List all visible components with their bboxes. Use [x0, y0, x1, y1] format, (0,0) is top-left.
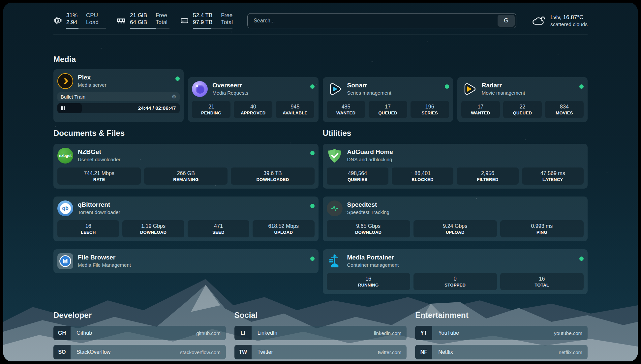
bookmark-twitter[interactable]: TW Twitter twitter.com: [234, 345, 407, 359]
bookmark-name: YouTube: [432, 330, 459, 336]
section-title-media: Media: [53, 55, 588, 64]
service-desc: Container management: [347, 261, 399, 269]
filebrowser-icon: [57, 253, 73, 269]
disk-free-value: 52.4 TB: [193, 12, 212, 19]
stat-wanted: 17WANTED: [461, 101, 500, 118]
cloud-icon: [531, 14, 546, 27]
bookmark-stackoverflow[interactable]: SO StackOverflow stackoverflow.com: [53, 345, 226, 359]
cpu-percent: 31%: [66, 12, 77, 19]
search-bar: G: [247, 13, 516, 28]
weather-location-temp: Lviv, 16.87°C: [550, 14, 588, 21]
service-card-radarr[interactable]: Radarr Movie management 17WANTED 22QUEUE…: [457, 77, 588, 122]
dashboard-screen: 31% 2.94 CPU Load: [3, 3, 638, 361]
search-provider-button[interactable]: G: [498, 15, 515, 27]
stat-leech: 16LEECH: [57, 220, 119, 237]
status-dot: [445, 84, 449, 89]
stat-downloaded: 39.6 TBDOWNLOADED: [231, 167, 314, 185]
service-card-speedtest[interactable]: Speedtest Speedtest Tracking 9.65 GbpsDO…: [323, 197, 588, 241]
qbittorrent-icon: qb: [57, 200, 73, 216]
disk-progress-track: [193, 28, 232, 29]
bookmark-name: Twitter: [252, 349, 273, 355]
bookmark-github[interactable]: GH Github github.com: [53, 326, 226, 340]
bookmarks-social: Social LI LinkedIn linkedin.com TW Twitt…: [234, 311, 407, 361]
bookmark-youtube[interactable]: YT YouTube youtube.com: [415, 326, 588, 340]
stat-pending: 21PENDING: [192, 101, 230, 118]
service-card-nzbget[interactable]: nzbget NZBGet Usenet downloader 744.21 M…: [53, 144, 319, 189]
cpu-label: CPU: [86, 12, 99, 19]
settings-gear-icon[interactable]: ⚙: [171, 94, 176, 100]
service-name: File Browser: [78, 254, 131, 261]
bookmark-abbr: TW: [234, 345, 252, 359]
stat-download: 9.65 GbpsDOWNLOAD: [327, 220, 410, 237]
now-playing-title: Bullet Train: [61, 94, 85, 100]
playback-progress-bar[interactable]: 24:44 / 02:06:47: [57, 103, 180, 113]
memory-free-value: 21 GiB: [130, 12, 147, 19]
stat-running: 16RUNNING: [327, 273, 410, 290]
stat-remaining: 266 GBREMAINING: [144, 167, 228, 185]
cpu-load-label: Load: [86, 19, 99, 26]
bookmark-url: netflix.com: [559, 349, 588, 355]
overseerr-icon: [192, 81, 208, 97]
memory-free-label: Free: [156, 12, 168, 19]
stat-download: 1.19 GbpsDOWNLOAD: [122, 220, 184, 237]
disk-total-label: Total: [221, 19, 233, 26]
memory-widget: 21 GiB 64 GiB Free Total: [116, 12, 169, 29]
media-cards-row: Plex Media server Bullet Train ⚙ 24:44 /…: [53, 69, 588, 122]
service-name: Overseerr: [212, 81, 248, 89]
bookmark-abbr: LI: [234, 326, 252, 340]
disk-icon: [180, 16, 189, 25]
service-card-portainer[interactable]: Media Portainer Container management 16R…: [323, 249, 588, 294]
plex-icon: [57, 73, 73, 89]
top-bar: 31% 2.94 CPU Load: [53, 12, 588, 29]
service-desc: Media Requests: [212, 89, 248, 97]
bookmark-url: stackoverflow.com: [180, 349, 226, 355]
service-card-adguard[interactable]: AdGuard Home DNS and adblocking 498,564Q…: [323, 144, 588, 189]
service-card-sonarr[interactable]: Sonarr Series management 485WANTED 17QUE…: [323, 77, 453, 122]
bookmark-linkedin[interactable]: LI LinkedIn linkedin.com: [234, 326, 407, 340]
documents-column: Documents & Files nzbget NZBGet Usenet d…: [53, 129, 319, 294]
status-dot: [579, 257, 584, 261]
service-desc: Speedtest Tracking: [347, 208, 389, 216]
stat-available: 945AVAILABLE: [276, 101, 314, 118]
cpu-progress-track: [66, 28, 106, 29]
service-desc: DNS and adblocking: [347, 156, 393, 163]
bookmark-name: LinkedIn: [252, 330, 278, 336]
status-dot: [579, 204, 584, 208]
portainer-icon: [327, 253, 343, 269]
radarr-icon: [461, 81, 477, 97]
bookmark-abbr: GH: [53, 326, 71, 340]
top-bar-divider: [53, 35, 588, 35]
section-title-developer: Developer: [53, 311, 226, 320]
section-title-entertainment: Entertainment: [415, 311, 588, 320]
memory-total-value: 64 GiB: [130, 19, 147, 26]
memory-icon: [116, 17, 126, 24]
service-name: qBittorrent: [78, 201, 120, 208]
disk-widget: 52.4 TB 97.9 TB Free Total: [180, 12, 233, 29]
bookmark-abbr: YT: [415, 326, 432, 340]
sonarr-icon: [327, 81, 343, 97]
cpu-chip-icon: [53, 16, 62, 25]
disk-total-value: 97.9 TB: [193, 19, 212, 26]
weather-widget: Lviv, 16.87°C scattered clouds: [531, 14, 588, 28]
stat-seed: 471SEED: [188, 220, 249, 237]
pause-icon[interactable]: [61, 106, 65, 110]
section-title-social: Social: [234, 311, 407, 320]
service-card-qbittorrent[interactable]: qb qBittorrent Torrent downloader 16LEEC…: [53, 197, 319, 241]
section-title-utilities: Utilities: [323, 129, 588, 138]
service-card-plex[interactable]: Plex Media server Bullet Train ⚙ 24:44 /…: [53, 69, 184, 122]
bookmark-url: github.com: [196, 330, 226, 336]
bookmark-netflix[interactable]: NF Netflix netflix.com: [415, 345, 588, 359]
service-card-overseerr[interactable]: Overseerr Media Requests 21PENDING 40APP…: [188, 77, 318, 122]
stat-ping: 0.993 msPING: [500, 220, 584, 237]
bookmarks-developer: Developer GH Github github.com SO StackO…: [53, 311, 226, 361]
stat-movies: 834MOVIES: [545, 101, 584, 118]
stat-queries: 498,564QUERIES: [327, 167, 388, 185]
bookmark-url: youtube.com: [554, 330, 588, 336]
status-dot: [310, 257, 315, 261]
service-desc: Torrent downloader: [78, 208, 120, 216]
bookmark-url: twitter.com: [378, 349, 407, 355]
utilities-column: Utilities AdGuard Home: [323, 129, 588, 294]
stat-rate: 744.21 MbpsRATE: [57, 167, 141, 185]
search-input[interactable]: [247, 13, 516, 28]
service-card-filebrowser[interactable]: File Browser Media File Management: [53, 249, 319, 273]
